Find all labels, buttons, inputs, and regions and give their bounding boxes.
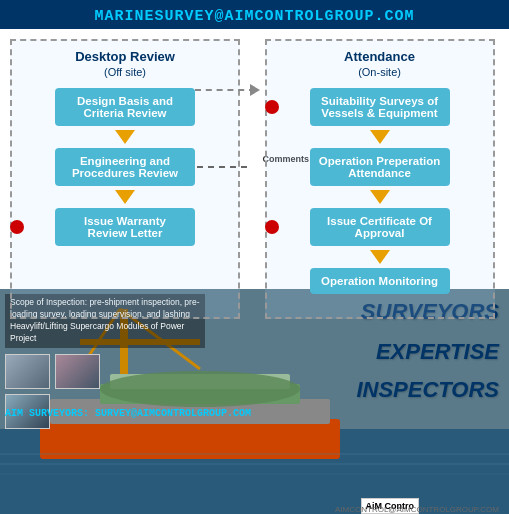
- engineering-review-box: Engineering and Procedures Review Commen…: [55, 148, 195, 186]
- certificate-box: Issue Certificate Of Approval: [310, 208, 450, 246]
- arrow-down-r3: [370, 250, 390, 264]
- badge-red-1: [265, 100, 279, 114]
- attendance-title: Attendance: [275, 49, 485, 64]
- attendance-section: Attendance (On-site) Suitability Surveys…: [265, 39, 495, 319]
- arrow-down-1: [115, 130, 135, 144]
- design-basis-box: Design Basis and Criteria Review: [55, 88, 195, 126]
- attendance-subtitle: (On-site): [275, 66, 485, 78]
- dashed-right-arrow: Comments: [197, 166, 247, 168]
- main-content: Desktop Review (Off site) Design Basis a…: [0, 29, 509, 514]
- top-connector-arrow: [250, 84, 260, 96]
- desktop-review-title: Desktop Review: [20, 49, 230, 64]
- right-panel: Attendance (On-site) Suitability Surveys…: [255, 29, 509, 514]
- arrow-down-r2: [370, 190, 390, 204]
- operation-monitoring-box: Operation Monitoring: [310, 268, 450, 294]
- desktop-review-section: Desktop Review (Off site) Design Basis a…: [10, 39, 240, 319]
- badge-red-2: [265, 220, 279, 234]
- arrow-down-r1: [370, 130, 390, 144]
- operation-prep-box: Operation Preperation Attendance: [310, 148, 450, 186]
- suitability-box: Suitability Surveys of Vessels & Equipme…: [310, 88, 450, 126]
- desktop-review-subtitle: (Off site): [20, 66, 230, 78]
- header-email: MARINESURVEY@AIMCONTROLGROUP.COM: [94, 8, 414, 25]
- left-panel: Desktop Review (Off site) Design Basis a…: [0, 29, 255, 514]
- badge-red-left: [10, 220, 24, 234]
- warranty-box-wrapper: Issue Warranty Review Letter: [20, 208, 230, 246]
- certificate-wrapper: Issue Certificate Of Approval: [275, 208, 485, 246]
- top-connector-line: [195, 89, 255, 91]
- arrow-down-2: [115, 190, 135, 204]
- suitability-wrapper: Suitability Surveys of Vessels & Equipme…: [275, 88, 485, 126]
- warranty-box: Issue Warranty Review Letter: [55, 208, 195, 246]
- header: MARINESURVEY@AIMCONTROLGROUP.COM: [0, 0, 509, 29]
